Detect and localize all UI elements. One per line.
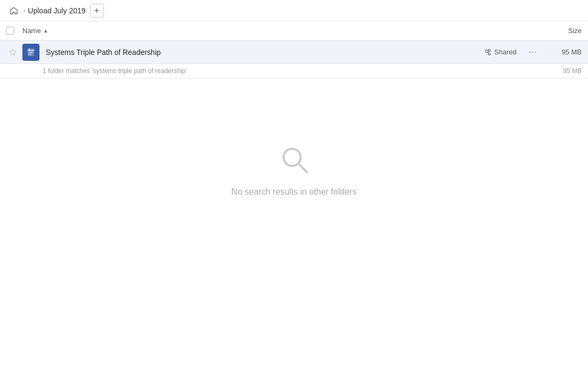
match-count-text: 1 folder matches 'systems triple path of… xyxy=(43,67,187,75)
svg-line-5 xyxy=(299,164,307,172)
shared-badge: Shared xyxy=(484,48,517,56)
empty-state: No search results in other folders xyxy=(0,78,588,197)
breadcrumb-bar: › Upload July 2019 + xyxy=(0,0,588,21)
add-button[interactable]: + xyxy=(90,4,104,18)
match-count-row: 1 folder matches 'systems triple path of… xyxy=(0,64,588,78)
select-all-checkbox[interactable] xyxy=(6,27,22,35)
file-icon xyxy=(21,44,41,61)
breadcrumb-separator: › xyxy=(23,6,26,14)
more-options-button[interactable]: ··· xyxy=(525,45,540,60)
svg-rect-0 xyxy=(28,48,35,55)
no-results-search-icon xyxy=(277,142,311,179)
breadcrumb-upload-july[interactable]: Upload July 2019 xyxy=(28,6,85,15)
file-size-label: 95 MB xyxy=(544,48,582,56)
svg-point-2 xyxy=(488,49,490,51)
svg-point-1 xyxy=(486,50,488,52)
match-size-label: 95 MB xyxy=(544,67,582,75)
no-results-message: No search results in other folders xyxy=(231,187,357,197)
name-column-header[interactable]: Name ▲ xyxy=(22,27,534,35)
sort-arrow-icon: ▲ xyxy=(43,28,49,34)
size-column-header: Size xyxy=(534,27,582,35)
svg-point-3 xyxy=(488,53,490,55)
star-button[interactable] xyxy=(6,48,19,57)
ellipsis-icon: ··· xyxy=(528,47,537,57)
home-button[interactable] xyxy=(6,3,21,18)
column-headers: Name ▲ Size xyxy=(0,21,588,41)
file-name-label: Systems Triple Path of Readership xyxy=(46,48,484,57)
table-row[interactable]: Systems Triple Path of Readership Shared… xyxy=(0,41,588,64)
